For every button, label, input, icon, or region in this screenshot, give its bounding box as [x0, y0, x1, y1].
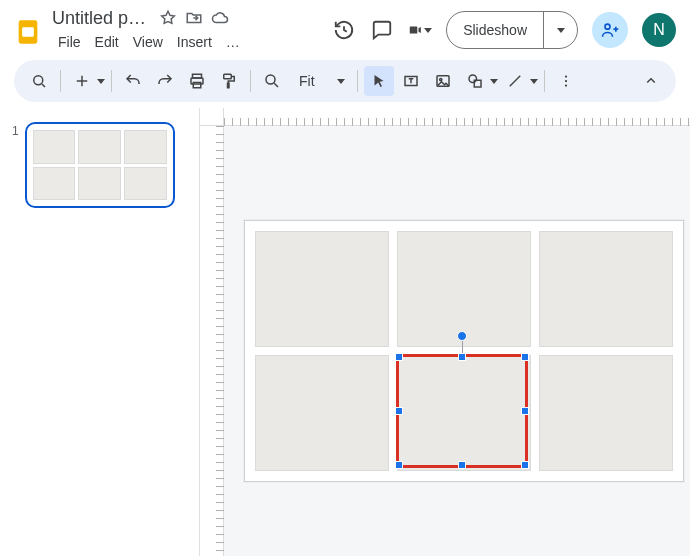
svg-rect-8	[228, 83, 230, 88]
undo-button[interactable]	[118, 66, 148, 96]
svg-rect-7	[224, 74, 232, 79]
svg-point-9	[266, 75, 275, 84]
svg-point-17	[564, 84, 566, 86]
canvas-area	[200, 108, 690, 556]
history-icon[interactable]	[332, 18, 356, 42]
slide-stage[interactable]	[224, 126, 690, 556]
titlebar: Untitled pr… File Edit View Insert …	[0, 0, 690, 54]
shape-tool-button[interactable]	[460, 66, 498, 96]
slide-canvas[interactable]	[244, 220, 684, 482]
table-cell[interactable]	[255, 355, 389, 471]
table-cell[interactable]	[539, 231, 673, 347]
collapse-toolbar-button[interactable]	[636, 66, 666, 96]
new-slide-button[interactable]	[67, 66, 105, 96]
slideshow-dropdown[interactable]	[543, 12, 577, 48]
document-title[interactable]: Untitled pr…	[52, 8, 152, 29]
chevron-down-icon	[424, 28, 432, 33]
menu-edit[interactable]: Edit	[89, 32, 125, 52]
ruler-corner	[200, 108, 224, 126]
video-meet-icon[interactable]	[408, 18, 432, 42]
print-button[interactable]	[182, 66, 212, 96]
cloud-saved-icon[interactable]	[210, 8, 230, 28]
chevron-down-icon	[557, 28, 565, 33]
zoom-button[interactable]	[257, 66, 287, 96]
svg-point-12	[439, 78, 441, 80]
menu-bar: File Edit View Insert …	[52, 31, 246, 53]
table-cell[interactable]	[539, 355, 673, 471]
thumbnail-row: 1	[12, 122, 187, 208]
zoom-level-select[interactable]: Fit	[289, 73, 351, 89]
table-cell[interactable]	[397, 231, 531, 347]
search-menu-button[interactable]	[24, 66, 54, 96]
svg-point-15	[564, 75, 566, 77]
textbox-tool-button[interactable]	[396, 66, 426, 96]
toolbar: Fit	[14, 60, 676, 102]
menu-more[interactable]: …	[220, 32, 246, 52]
zoom-level-label: Fit	[295, 73, 319, 89]
line-tool-button[interactable]	[500, 66, 538, 96]
table-cell-selected[interactable]	[397, 355, 531, 471]
comment-icon[interactable]	[370, 18, 394, 42]
paint-format-button[interactable]	[214, 66, 244, 96]
slide-thumbnail-1[interactable]	[25, 122, 175, 208]
chevron-down-icon	[490, 79, 498, 84]
thumbnail-panel: 1	[0, 108, 200, 556]
account-avatar[interactable]: N	[642, 13, 676, 47]
menu-file[interactable]: File	[52, 32, 87, 52]
workspace: 1	[0, 108, 690, 556]
table-cell[interactable]	[255, 231, 389, 347]
slideshow-label: Slideshow	[447, 12, 543, 48]
chevron-down-icon	[337, 79, 345, 84]
horizontal-ruler[interactable]	[224, 108, 690, 126]
select-tool-button[interactable]	[364, 66, 394, 96]
svg-point-3	[34, 76, 43, 85]
svg-point-16	[564, 80, 566, 82]
redo-button[interactable]	[150, 66, 180, 96]
chevron-down-icon	[530, 79, 538, 84]
svg-rect-1	[22, 27, 34, 36]
svg-point-13	[469, 75, 477, 83]
image-tool-button[interactable]	[428, 66, 458, 96]
menu-insert[interactable]: Insert	[171, 32, 218, 52]
vertical-ruler[interactable]	[200, 126, 224, 556]
star-icon[interactable]	[158, 8, 178, 28]
menu-view[interactable]: View	[127, 32, 169, 52]
chevron-down-icon	[97, 79, 105, 84]
move-folder-icon[interactable]	[184, 8, 204, 28]
slides-logo[interactable]	[14, 14, 42, 50]
slideshow-button[interactable]: Slideshow	[446, 11, 578, 49]
thumbnail-number: 1	[12, 124, 19, 138]
share-button[interactable]	[592, 12, 628, 48]
svg-point-2	[605, 24, 610, 29]
more-tools-button[interactable]	[551, 66, 581, 96]
